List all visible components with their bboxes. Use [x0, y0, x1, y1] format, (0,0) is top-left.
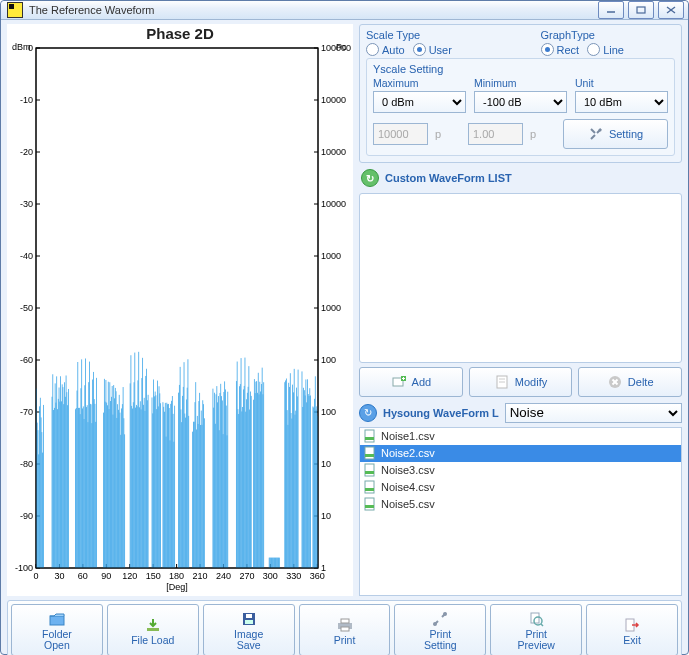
svg-rect-309	[274, 558, 275, 568]
svg-rect-214	[172, 396, 173, 568]
custom-list-pane[interactable]	[359, 193, 682, 363]
svg-rect-118	[81, 359, 82, 568]
svg-rect-340	[306, 402, 307, 568]
svg-rect-339	[306, 379, 307, 568]
svg-rect-318	[286, 378, 287, 568]
add-button[interactable]: Add	[359, 367, 463, 397]
svg-rect-242	[200, 425, 201, 568]
list-item[interactable]: Noise2.csv	[360, 445, 681, 462]
svg-text:[Deg]: [Deg]	[166, 582, 188, 592]
svg-rect-237	[196, 429, 197, 568]
svg-rect-110	[75, 409, 76, 568]
minimize-button[interactable]	[598, 1, 624, 19]
svg-rect-111	[76, 408, 77, 568]
svg-rect-289	[254, 379, 255, 568]
svg-rect-251	[215, 424, 216, 568]
print-preview-button[interactable]: PrintPreview	[490, 604, 582, 655]
svg-text:dBm: dBm	[12, 42, 31, 52]
svg-rect-181	[141, 378, 142, 568]
list-item[interactable]: Noise3.csv	[360, 462, 681, 479]
svg-text:-40: -40	[20, 251, 33, 261]
svg-text:-50: -50	[20, 303, 33, 313]
svg-text:10000: 10000	[321, 95, 346, 105]
svg-rect-112	[77, 391, 78, 568]
svg-rect-245	[202, 400, 203, 568]
svg-rect-379	[245, 620, 253, 624]
close-button[interactable]	[658, 1, 684, 19]
svg-rect-270	[238, 409, 239, 568]
svg-rect-254	[217, 402, 218, 568]
svg-rect-177	[138, 352, 139, 568]
svg-rect-183	[143, 405, 144, 568]
folder-open-button[interactable]: FolderOpen	[11, 604, 103, 655]
svg-rect-343	[309, 396, 310, 568]
preview-icon	[528, 609, 544, 629]
svg-rect-175	[137, 406, 138, 568]
svg-rect-238	[197, 416, 198, 568]
waveform-type-dropdown[interactable]: Noise	[505, 403, 682, 423]
svg-rect-130	[91, 404, 92, 568]
svg-rect-199	[159, 386, 160, 568]
list-item[interactable]: Noise1.csv	[360, 428, 681, 445]
svg-rect-168	[131, 406, 132, 568]
radio-line[interactable]: Line	[587, 43, 624, 56]
svg-rect-234	[194, 422, 195, 568]
print-button[interactable]: Print	[299, 604, 391, 655]
scale-type-label: Scale Type	[366, 29, 501, 41]
svg-rect-202	[163, 402, 164, 568]
svg-rect-257	[220, 393, 221, 568]
svg-rect-381	[341, 619, 349, 623]
file-load-button[interactable]: File Load	[107, 604, 199, 655]
waveform-file-list[interactable]: Noise1.csvNoise2.csvNoise3.csvNoise4.csv…	[359, 427, 682, 597]
svg-rect-89	[52, 374, 53, 568]
svg-rect-126	[88, 422, 89, 568]
svg-rect-311	[276, 558, 277, 568]
radio-user[interactable]: User	[413, 43, 452, 56]
svg-rect-301	[263, 382, 264, 568]
svg-rect-284	[248, 366, 249, 568]
svg-rect-188	[147, 400, 148, 568]
svg-rect-328	[294, 369, 295, 568]
delete-button[interactable]: Delte	[578, 367, 682, 397]
exit-button[interactable]: Exit	[586, 604, 678, 655]
list-item[interactable]: Noise5.csv	[360, 496, 681, 513]
svg-rect-205	[165, 403, 166, 568]
csv-file-icon	[363, 463, 377, 477]
svg-rect-90	[53, 410, 54, 568]
titlebar[interactable]: The Reference Waveform	[1, 1, 688, 20]
svg-rect-323	[290, 373, 291, 568]
hysoung-heading: Hysoung WaveForm L	[383, 407, 499, 419]
svg-rect-154	[116, 391, 117, 568]
list-item[interactable]: Noise4.csv	[360, 479, 681, 496]
svg-rect-299	[262, 368, 263, 568]
svg-rect-194	[155, 392, 156, 568]
svg-rect-141	[106, 380, 107, 568]
setting-button[interactable]: Setting	[563, 119, 668, 149]
svg-rect-285	[249, 410, 250, 568]
unit-dropdown[interactable]: 10 dBm	[575, 91, 668, 113]
svg-rect-203	[163, 407, 164, 568]
svg-rect-190	[152, 397, 153, 568]
svg-rect-229	[187, 388, 188, 568]
min-dropdown[interactable]: -100 dB	[474, 91, 567, 113]
svg-rect-206	[166, 437, 167, 568]
refresh-icon: ↻	[361, 169, 379, 187]
modify-button[interactable]: Modify	[469, 367, 573, 397]
svg-rect-337	[304, 390, 305, 568]
radio-auto[interactable]: Auto	[366, 43, 405, 56]
image-save-button[interactable]: ImageSave	[203, 604, 295, 655]
svg-rect-239	[198, 424, 199, 568]
max-dropdown[interactable]: 0 dBm	[373, 91, 466, 113]
svg-rect-368	[365, 454, 374, 457]
svg-rect-186	[145, 376, 146, 568]
tools-icon	[588, 126, 604, 142]
print-setting-button[interactable]: PrintSetting	[394, 604, 486, 655]
svg-rect-335	[302, 407, 303, 568]
csv-file-icon	[363, 446, 377, 460]
right-input	[468, 123, 523, 145]
svg-rect-300	[263, 394, 264, 568]
svg-rect-367	[365, 447, 374, 459]
svg-rect-117	[81, 388, 82, 568]
maximize-button[interactable]	[628, 1, 654, 19]
radio-rect[interactable]: Rect	[541, 43, 580, 56]
